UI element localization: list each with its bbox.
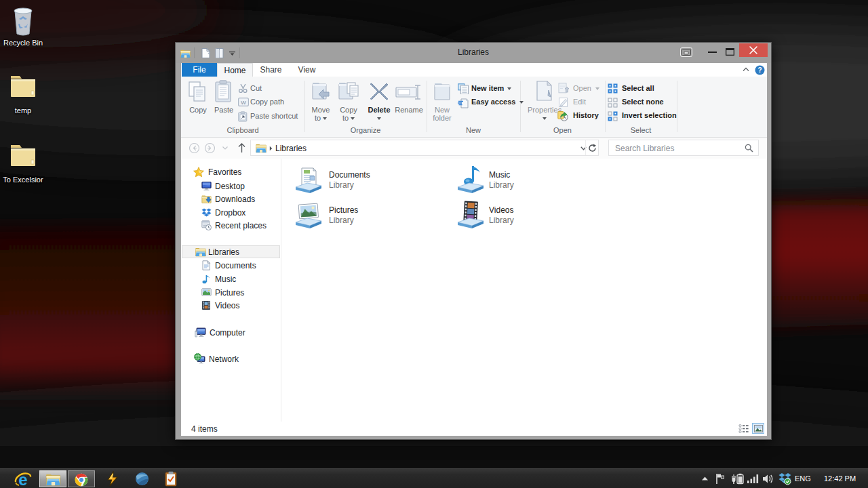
svg-text:W: W xyxy=(241,100,246,106)
svg-text:?: ? xyxy=(757,66,762,74)
